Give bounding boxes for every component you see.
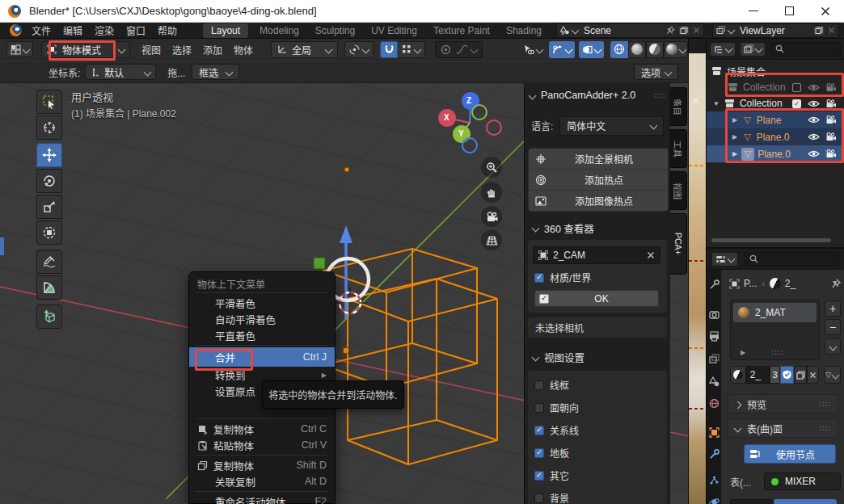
gizmo-z-label[interactable]: Z <box>466 96 471 105</box>
tool-measure[interactable] <box>36 275 62 300</box>
close-icon[interactable] <box>693 27 700 34</box>
coord-system-dropdown[interactable]: 默认 <box>85 64 156 80</box>
window-maximize-button[interactable] <box>771 0 807 22</box>
material-world-checkbox[interactable]: ✓ <box>534 273 544 283</box>
tool-annotate[interactable] <box>36 250 62 274</box>
pin-icon[interactable] <box>831 279 841 289</box>
viewport-3d[interactable]: Z X Y 用户透视 (1) 场景集合 | Plane.002 <box>0 83 689 504</box>
pin-icon[interactable] <box>666 26 675 35</box>
expand-arrow-icon[interactable]: ▶ <box>732 133 737 141</box>
slot-drag-dots-icon[interactable]: ∷∷ <box>771 348 783 357</box>
ok-button[interactable]: ✓ OK <box>534 290 659 307</box>
ok-checkbox[interactable]: ✓ <box>539 294 549 304</box>
copy-material-button[interactable] <box>794 366 807 384</box>
viewlayer-selector[interactable]: ViewLayer <box>712 23 839 38</box>
tab-shading[interactable]: Shading <box>506 25 542 36</box>
scene-selector[interactable]: Scene <box>556 23 704 38</box>
toggle-floor[interactable]: ✓ 地板 <box>534 446 569 460</box>
tab-output-icon[interactable] <box>709 331 720 342</box>
orientation-dropdown[interactable]: 全局 <box>271 41 338 58</box>
tool-scale[interactable] <box>36 195 62 219</box>
editor-type-button[interactable] <box>6 41 33 57</box>
tab-modifiers-icon[interactable] <box>709 449 720 460</box>
users-count-button[interactable]: 3 <box>770 366 780 384</box>
options-dropdown[interactable]: 选项 <box>634 64 678 80</box>
collection-include-checkbox[interactable]: ✓ <box>792 99 801 108</box>
image-editor-strip[interactable] <box>688 39 707 504</box>
tool-add-cube[interactable] <box>36 304 62 329</box>
menu-window[interactable]: 窗口 <box>126 23 146 37</box>
background-checkbox[interactable]: ✓ <box>534 494 544 503</box>
drag-dots-icon[interactable]: ∷∷ <box>819 400 831 409</box>
add-slot-button[interactable]: + <box>825 300 841 317</box>
add-hotspot-button[interactable]: 添加热点 <box>529 170 668 191</box>
material-world-toggle[interactable]: ✓ 材质/世界 <box>534 271 591 284</box>
tool-transform[interactable] <box>36 220 62 245</box>
menu-item-shade-flat[interactable]: 平直着色 <box>189 327 335 343</box>
material-name-field[interactable]: 2_ <box>746 366 770 384</box>
outliner-hscrollbar[interactable] <box>711 238 831 242</box>
viewport-camera-view-button[interactable] <box>481 206 502 227</box>
relationship-lines-checkbox[interactable]: ✓ <box>534 426 544 435</box>
properties-editor-type-button[interactable] <box>711 252 738 267</box>
tab-scene-icon[interactable] <box>709 376 720 387</box>
menu-help[interactable]: 帮助 <box>158 23 177 37</box>
gizmo-x-label[interactable]: X <box>444 113 449 122</box>
preview-panel-header[interactable]: 预览 ∷∷ <box>728 394 838 414</box>
slot-specials-button[interactable] <box>825 338 841 355</box>
expand-arrow-icon[interactable]: ▼ <box>713 100 720 107</box>
tab-render-icon[interactable] <box>709 309 720 320</box>
row-collection[interactable]: ▼ Collection ✓ <box>707 95 844 111</box>
disable-camera-icon[interactable] <box>825 149 837 158</box>
tab-particles-icon[interactable] <box>709 475 720 485</box>
hide-eye-icon[interactable] <box>808 99 820 108</box>
fake-user-button[interactable] <box>780 366 794 384</box>
close-icon[interactable] <box>828 27 835 34</box>
side-tab-pca[interactable]: PCA+ <box>669 213 687 275</box>
clear-camera-icon[interactable] <box>647 251 655 259</box>
outliner-search-field[interactable] <box>770 42 841 57</box>
menu-item-duplicate-objects[interactable]: 复制物体 Shift D <box>189 457 335 473</box>
add-pano-camera-button[interactable]: 添加全景相机 <box>529 149 668 170</box>
pca-panel-header[interactable]: PanoCamAdder+ 2.0 ∷∷ <box>530 90 665 101</box>
hide-eye-icon[interactable] <box>808 116 820 124</box>
language-dropdown[interactable]: 简体中文 <box>559 116 664 136</box>
tab-world-icon[interactable] <box>709 398 720 409</box>
select-mode-dropdown[interactable]: 框选 <box>192 64 239 80</box>
menu-item-shade-auto-smooth[interactable]: 自动平滑着色 <box>189 311 335 327</box>
wireframe-checkbox[interactable]: ✓ <box>534 380 544 390</box>
hide-eye-icon[interactable] <box>808 132 820 141</box>
toggle-relationship-lines[interactable]: ✓ 关系线 <box>534 423 579 437</box>
disable-camera-icon[interactable] <box>825 83 837 92</box>
drag-dots-icon[interactable]: ∷∷ <box>653 91 665 100</box>
outliner-filter-button[interactable] <box>740 42 766 57</box>
material-link-dropdown[interactable]: ▽ <box>824 366 842 384</box>
side-tab-item[interactable]: 条目 <box>669 87 687 126</box>
tool-cursor[interactable] <box>36 116 62 140</box>
row-scene-collection[interactable]: 场景集合 <box>707 63 844 79</box>
face-orientation-checkbox[interactable]: ✓ <box>534 403 544 413</box>
menu-item-shade-smooth[interactable]: 平滑着色 <box>189 295 335 311</box>
disable-camera-icon[interactable] <box>825 132 837 141</box>
floor-checkbox[interactable]: ✓ <box>534 448 544 458</box>
toggle-face-orientation[interactable]: ✓ 面朝向 <box>534 401 579 414</box>
pivot-point-dropdown[interactable] <box>344 41 373 58</box>
shading-wireframe-button[interactable] <box>610 41 628 58</box>
strip-close-icon[interactable] <box>692 97 699 104</box>
menu-edit[interactable]: 编辑 <box>63 23 82 37</box>
row-plane-1[interactable]: ▶ ▽ Plane <box>707 111 844 128</box>
remove-slot-button[interactable]: − <box>825 319 841 335</box>
snap-toggle[interactable] <box>380 41 398 58</box>
viewport-pan-button[interactable] <box>481 182 502 203</box>
side-tab-tool[interactable]: 工具 <box>669 129 687 168</box>
expand-arrow-icon[interactable]: ▶ <box>732 150 737 158</box>
collection-exclude-checkbox[interactable] <box>792 83 801 92</box>
toggle-background[interactable]: ✓ 背景 <box>534 491 569 504</box>
tab-uv-editing[interactable]: UV Editing <box>371 25 417 36</box>
new-scene-button[interactable] <box>677 25 690 36</box>
tab-object-icon[interactable] <box>709 427 720 438</box>
surface-panel-header[interactable]: 表(曲)面 ∷∷ <box>728 418 838 438</box>
breadcrumb-object-label[interactable]: P... <box>744 278 757 289</box>
viewer-360-header[interactable]: 360 查看器 <box>533 220 594 236</box>
menu-item-rename-active[interactable]: 重命名活动物体... F2 <box>189 494 335 504</box>
